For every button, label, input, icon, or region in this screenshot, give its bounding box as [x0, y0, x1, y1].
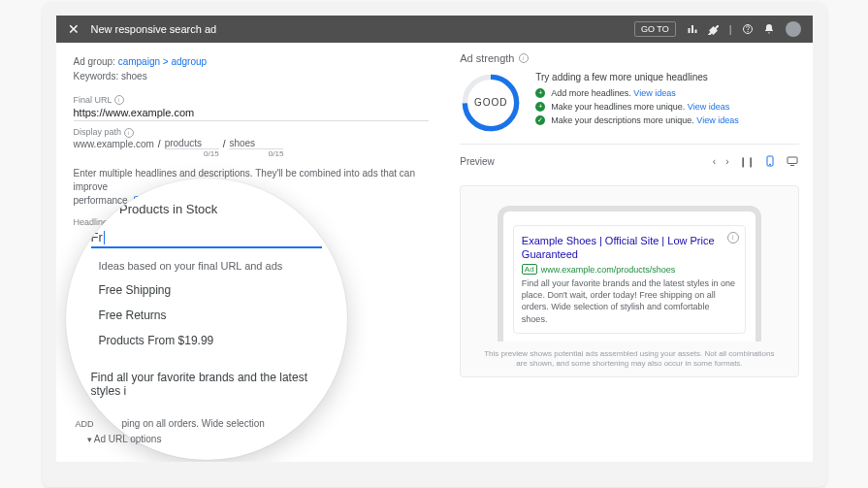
info-icon[interactable]: i	[114, 95, 124, 105]
reports-icon[interactable]	[687, 23, 698, 35]
preview-frame: i Example Shoes | Official Site | Low Pr…	[460, 185, 798, 378]
view-ideas-link[interactable]: View ideas	[688, 102, 729, 112]
desc-peek: ping on all orders. Wide selection	[122, 418, 265, 429]
add-headline-link[interactable]: ADD	[76, 419, 94, 429]
svg-rect-9	[788, 157, 797, 164]
path2-input[interactable]: shoes 0/15	[229, 138, 283, 149]
strength-tips: Try adding a few more unique headlines +…	[535, 72, 738, 129]
ad-title: Example Shoes | Official Site | Low Pric…	[522, 234, 737, 262]
view-ideas-link[interactable]: View ideas	[696, 115, 738, 125]
idea-suggestion[interactable]: Free Returns	[91, 303, 322, 328]
close-icon[interactable]: ✕	[68, 21, 80, 37]
adgroup-campaign-link[interactable]: campaign	[118, 56, 160, 67]
prev-icon[interactable]: ‹	[713, 156, 716, 167]
ad-url: www.example.com/products/shoes	[541, 265, 676, 275]
ad-strength-label: Ad strength i	[460, 52, 798, 64]
view-ideas-link[interactable]: View ideas	[633, 88, 675, 98]
ad-preview-card: i Example Shoes | Official Site | Low Pr…	[513, 225, 746, 334]
display-path-label: Display path i	[74, 127, 430, 138]
ideas-label: Ideas based on your final URL and ads	[99, 260, 322, 272]
desktop-icon[interactable]	[786, 155, 799, 169]
text-cursor	[104, 231, 105, 244]
divider: |	[729, 23, 732, 35]
help-icon[interactable]	[742, 23, 754, 35]
check-icon: ✓	[535, 115, 545, 125]
ad-description: Find all your favorite brands and the la…	[522, 277, 737, 325]
laptop-frame: ✕ New responsive search ad GO TO | Ad gr…	[43, 2, 826, 487]
tip-row: + Make your headlines more unique. View …	[535, 102, 738, 112]
strength-gauge: GOOD	[460, 72, 522, 134]
svg-point-4	[747, 31, 748, 32]
top-bar: ✕ New responsive search ad GO TO |	[56, 16, 813, 43]
next-icon[interactable]: ›	[725, 156, 728, 167]
ad-badge: Ad	[522, 264, 537, 275]
svg-rect-2	[694, 29, 696, 33]
idea-suggestion[interactable]: Products From $19.99	[91, 328, 322, 353]
adgroup-line: Ad group: campaign > adgroup	[74, 56, 430, 67]
strength-value: GOOD	[460, 72, 522, 134]
main-content: Ad group: campaign > adgroup Keywords: s…	[56, 43, 813, 462]
tip-row: ✓ Make your descriptions more unique. Vi…	[535, 115, 738, 125]
display-path-row: www.example.com / products 0/15 / shoes …	[74, 138, 430, 149]
final-url-input[interactable]: https://www.example.com	[74, 105, 430, 121]
plus-icon: +	[535, 88, 545, 98]
idea-suggestion[interactable]: Free Shipping	[91, 277, 322, 303]
pause-icon[interactable]: ❙❙	[739, 156, 755, 167]
goto-button[interactable]: GO TO	[634, 21, 676, 37]
keywords-line: Keywords: shoes	[74, 71, 430, 81]
svg-point-8	[769, 164, 770, 165]
plus-icon: +	[535, 102, 545, 112]
preview-label: Preview	[460, 156, 495, 167]
svg-rect-1	[691, 25, 693, 33]
adgroup-group-link[interactable]: adgroup	[171, 56, 207, 67]
info-icon[interactable]: i	[519, 53, 529, 63]
ad-url-options-toggle[interactable]: ▾ Ad URL options	[87, 434, 162, 444]
description-1-display: Find all your favorite brands and the la…	[91, 371, 322, 398]
path1-input[interactable]: products 0/15	[165, 138, 219, 149]
svg-rect-0	[688, 28, 690, 33]
ad-info-icon[interactable]: i	[727, 232, 739, 244]
tools-icon[interactable]	[708, 23, 720, 35]
headline-2-display: New Products in Stock	[91, 202, 322, 216]
tip-row: + Add more headlines. View ideas	[535, 88, 738, 98]
notifications-icon[interactable]	[763, 23, 775, 35]
info-icon[interactable]: i	[124, 128, 134, 138]
preview-header: Preview ‹ › ❙❙	[460, 154, 798, 170]
avatar[interactable]	[786, 21, 801, 37]
page-title: New responsive search ad	[91, 23, 634, 35]
final-url-label: Final URL i	[74, 95, 430, 106]
left-panel: Ad group: campaign > adgroup Keywords: s…	[56, 43, 447, 462]
mobile-icon[interactable]	[764, 154, 776, 170]
headline-3-input[interactable]: Fr	[91, 230, 322, 249]
phone-mockup: i Example Shoes | Official Site | Low Pr…	[498, 206, 761, 342]
preview-disclaimer: This preview shows potential ads assembl…	[470, 349, 788, 370]
right-panel: Ad strength i GOOD Try adding a few more…	[446, 43, 812, 462]
